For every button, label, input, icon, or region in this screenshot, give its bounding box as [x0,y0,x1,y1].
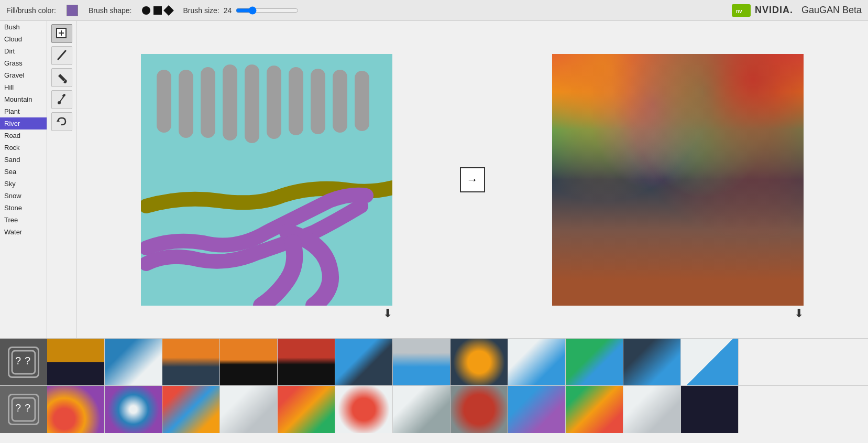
style-dice-icon: ? ? [8,394,39,425]
scene-thumb-12[interactable] [681,339,739,386]
scene-thumb-6[interactable] [335,339,393,386]
generate-arrow-area: → [457,21,488,338]
sidebar-item-plant[interactable]: Plant [0,105,47,117]
scene-thumb-9[interactable] [508,339,566,386]
svg-rect-13 [223,64,237,141]
toolbar: Fill/brush color: Brush shape: Brush siz… [0,0,868,21]
brush-circle[interactable] [142,6,150,15]
sidebar-item-gravel[interactable]: Gravel [0,69,47,81]
random-scene-btn[interactable]: ? ? [0,339,47,386]
sidebar-item-road[interactable]: Road [0,129,47,142]
style-thumb-5[interactable] [278,386,335,433]
brush-size-slider[interactable] [236,6,299,15]
svg-rect-11 [179,70,193,138]
brush-size-area: Brush size: 24 [183,6,299,15]
sidebar-item-dirt[interactable]: Dirt [0,45,47,57]
tool-fill[interactable] [51,68,72,87]
svg-point-7 [58,101,61,104]
sidebar-item-rock[interactable]: Rock [0,142,47,154]
drawing-canvas[interactable] [141,54,392,306]
brush-size-value: 24 [224,6,232,15]
sidebar-item-sea[interactable]: Sea [0,166,47,178]
svg-text:?: ? [25,402,30,414]
style-thumb-6[interactable] [335,386,393,433]
fill-brush-label: Fill/brush color: [6,6,56,15]
dice-icon: ? ? [8,347,39,378]
style-thumbs-container [47,386,739,433]
scene-thumb-3[interactable] [162,339,220,386]
random-style-btn[interactable]: ? ? [0,386,47,433]
style-dice-svg: ? ? [11,397,36,422]
style-thumb-2[interactable] [105,386,162,433]
eyedropper-icon [56,94,68,105]
style-thumb-4[interactable] [220,386,278,433]
tool-undo[interactable] [51,112,72,131]
tool-eyedropper[interactable] [51,90,72,109]
style-thumb-11[interactable] [623,386,681,433]
scene-thumb-11[interactable] [623,339,681,386]
svg-rect-8 [62,94,65,98]
sidebar-item-bush[interactable]: Bush [0,21,47,33]
scene-thumb-4[interactable] [220,339,278,386]
canvas-area: ⬇ [76,21,457,338]
main-area: BushCloudDirtGrassGravelHillMountainPlan… [0,21,868,338]
sidebar-item-grass[interactable]: Grass [0,57,47,69]
sidebar-item-sky[interactable]: Sky [0,178,47,190]
label-list: BushCloudDirtGrassGravelHillMountainPlan… [0,21,47,338]
style-thumb-7[interactable] [393,386,451,433]
brush-square[interactable] [153,6,162,15]
tool-new-canvas[interactable] [51,24,72,43]
brush-shapes [142,6,172,15]
svg-rect-18 [333,70,347,133]
nvidia-icon: nv [732,4,751,17]
sidebar-item-tree[interactable]: Tree [0,214,47,226]
output-download-btn[interactable]: ⬇ [794,307,804,320]
sidebar-item-mountain[interactable]: Mountain [0,93,47,105]
svg-text:?: ? [15,402,21,414]
style-thumb-1[interactable] [47,386,105,433]
brush-size-label: Brush size: [183,6,219,15]
sidebar-item-sand[interactable]: Sand [0,154,47,166]
output-area: ⬇ [488,21,869,338]
color-swatch[interactable] [67,5,78,16]
sidebar-item-stone[interactable]: Stone [0,202,47,214]
canvas-download-btn[interactable]: ⬇ [383,307,392,320]
style-thumb-10[interactable] [566,386,623,433]
svg-rect-10 [157,70,171,133]
brush-icon [56,50,68,61]
scene-thumb-1[interactable] [47,339,105,386]
sidebar-item-snow[interactable]: Snow [0,190,47,202]
undo-icon [56,116,68,127]
style-thumb-3[interactable] [162,386,220,433]
tools-panel [47,21,76,338]
tool-brush[interactable] [51,46,72,65]
nvidia-logo-area: nv NVIDIA. GauGAN Beta [732,4,862,17]
bottom-section: ? ? ? ? [0,338,868,443]
style-thumbnails-row: ? ? [0,386,868,433]
scene-thumbnails-row: ? ? [0,339,868,386]
sidebar-item-water[interactable]: Water [0,226,47,238]
scene-thumb-2[interactable] [105,339,162,386]
sidebar-item-hill[interactable]: Hill [0,81,47,93]
svg-rect-15 [267,66,281,139]
generated-art [552,54,804,306]
brush-shape-label: Brush shape: [89,6,132,15]
svg-text:?: ? [15,355,21,366]
drawing-svg [141,54,392,306]
fill-icon [56,72,68,83]
nvidia-text: NVIDIA. [755,5,793,16]
sidebar-item-cloud[interactable]: Cloud [0,33,47,45]
scene-thumb-8[interactable] [451,339,508,386]
style-thumb-9[interactable] [508,386,566,433]
scene-thumb-10[interactable] [566,339,623,386]
style-thumb-12[interactable] [681,386,739,433]
brush-diamond[interactable] [164,5,174,16]
sidebar-item-river[interactable]: River [0,117,47,129]
scene-thumbs-container [47,339,739,385]
svg-line-5 [58,51,65,59]
style-thumb-8[interactable] [451,386,508,433]
scene-thumb-5[interactable] [278,339,335,386]
generate-button[interactable]: → [460,167,485,192]
output-image [552,54,804,306]
scene-thumb-7[interactable] [393,339,451,386]
